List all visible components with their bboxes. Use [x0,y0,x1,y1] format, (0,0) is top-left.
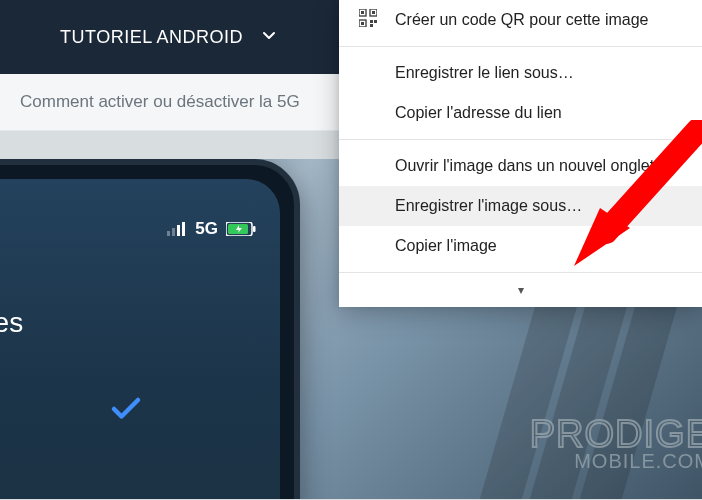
battery-charging-icon [226,222,256,236]
svg-rect-3 [182,222,185,236]
menu-separator [339,272,702,273]
phone-mockup: 5G ées [0,159,300,499]
menu-item-open-image-new-tab[interactable]: Ouvrir l'image dans un nouvel onglet [339,146,702,186]
breadcrumb-text: Comment activer ou désactiver la 5G [20,92,300,111]
svg-rect-5 [253,226,256,232]
menu-label: Copier l'image [395,237,497,254]
menu-label: Ouvrir l'image dans un nouvel onglet [395,157,654,174]
svg-rect-13 [370,20,373,23]
phone-screen: 5G ées [0,179,280,499]
svg-rect-12 [361,22,364,25]
menu-separator [339,139,702,140]
chevron-down-icon[interactable] [261,27,277,47]
header-title[interactable]: TUTORIEL ANDROID [60,27,243,48]
svg-rect-0 [167,231,170,236]
svg-rect-2 [177,225,180,236]
svg-rect-8 [361,11,364,14]
svg-rect-14 [374,20,377,23]
svg-rect-10 [372,11,375,14]
svg-rect-1 [172,228,175,236]
qr-code-icon [359,9,377,31]
checkmark-icon [108,391,280,431]
svg-rect-15 [370,24,373,27]
menu-label: Enregistrer l'image sous… [395,197,582,214]
menu-more-icon[interactable]: ▾ [339,279,702,307]
menu-label: Copier l'adresse du lien [395,104,562,121]
context-menu: Créer un code QR pour cette image Enregi… [339,0,702,307]
menu-item-copy-image[interactable]: Copier l'image [339,226,702,266]
menu-item-create-qr[interactable]: Créer un code QR pour cette image [339,0,702,40]
menu-separator [339,46,702,47]
menu-item-copy-link-address[interactable]: Copier l'adresse du lien [339,93,702,133]
menu-label: Enregistrer le lien sous… [395,64,574,81]
menu-item-save-image-as[interactable]: Enregistrer l'image sous… [339,186,702,226]
menu-label: Créer un code QR pour cette image [395,11,648,28]
watermark: PRODIGE MOBILE.COM [530,413,702,473]
phone-text-fragment: ées [0,307,280,339]
menu-item-save-link-as[interactable]: Enregistrer le lien sous… [339,53,702,93]
network-label: 5G [195,219,218,239]
signal-icon [167,222,187,236]
phone-status-bar: 5G [0,219,280,239]
